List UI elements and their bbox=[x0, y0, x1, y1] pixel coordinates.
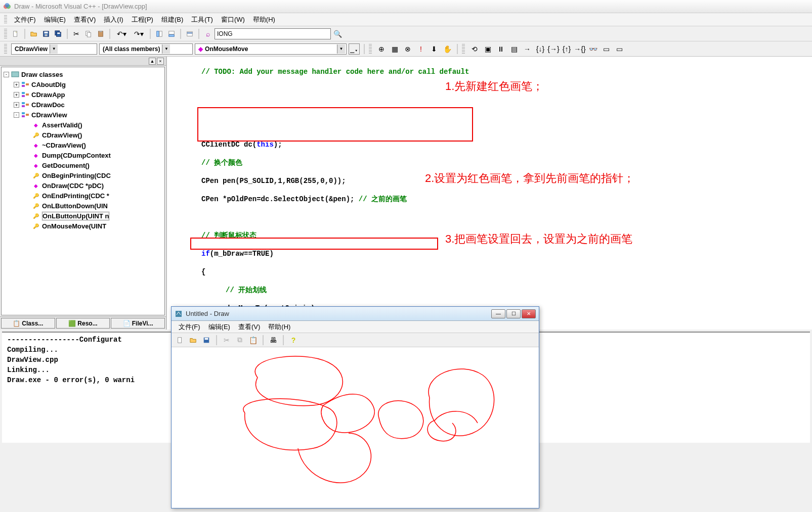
step-out-button[interactable]: {↑} bbox=[561, 43, 572, 55]
build-button[interactable]: ▦ bbox=[389, 43, 400, 55]
tree-class[interactable]: + CAboutDlg bbox=[2, 79, 164, 89]
paste-button[interactable] bbox=[95, 28, 106, 39]
tree-member[interactable]: ◆AssertValid() bbox=[2, 120, 164, 130]
menu-project[interactable]: 工程(P) bbox=[127, 14, 157, 25]
child-menu-edit[interactable]: 编辑(E) bbox=[204, 321, 234, 333]
toolbar-grip[interactable] bbox=[462, 44, 465, 54]
run-to-cursor-button[interactable]: →{} bbox=[574, 43, 585, 55]
menubar-grip[interactable] bbox=[4, 15, 7, 24]
restart-button[interactable]: ⟲ bbox=[469, 43, 480, 55]
tree-member[interactable]: ◆OnDraw(CDC *pDC) bbox=[2, 180, 164, 191]
breakpoint-button[interactable]: ✋ bbox=[442, 43, 453, 55]
menu-file[interactable]: 文件(F) bbox=[10, 14, 40, 25]
new-file-button[interactable] bbox=[10, 28, 21, 39]
menu-help[interactable]: 帮助(H) bbox=[249, 14, 279, 25]
child-canvas[interactable] bbox=[172, 347, 539, 508]
find-combo[interactable] bbox=[215, 28, 331, 39]
expander-icon[interactable]: + bbox=[14, 82, 19, 87]
tree-member[interactable]: 🔑CDrawView() bbox=[2, 130, 164, 140]
expander-icon[interactable]: - bbox=[14, 112, 19, 118]
tree-member[interactable]: 🔑OnLButtonUp(UINT n bbox=[2, 211, 164, 221]
child-titlebar[interactable]: Untitled - Draw — ☐ ✕ bbox=[172, 307, 539, 321]
find-in-files-button[interactable]: ⌕ bbox=[202, 28, 213, 39]
maximize-button[interactable]: ☐ bbox=[506, 309, 521, 318]
go-button[interactable]: ⬇ bbox=[429, 43, 440, 55]
code-editor[interactable]: // TODO: Add your message handler code h… bbox=[167, 57, 812, 330]
child-print-button[interactable]: 🖶 bbox=[268, 335, 279, 346]
variables-button[interactable]: ▭ bbox=[614, 43, 625, 55]
tree-class[interactable]: + CDrawApp bbox=[2, 89, 164, 100]
child-about-button[interactable]: ? bbox=[288, 335, 299, 346]
dropdown-arrow-icon[interactable]: ▼ bbox=[337, 44, 345, 54]
copy-button[interactable] bbox=[83, 28, 94, 39]
output-button[interactable] bbox=[166, 28, 177, 39]
redo-button[interactable]: ↷▾ bbox=[131, 28, 147, 39]
child-menu-file[interactable]: 文件(F) bbox=[175, 321, 204, 333]
minimize-button[interactable]: — bbox=[491, 309, 505, 318]
child-save-button[interactable] bbox=[201, 335, 212, 346]
close-button[interactable]: ✕ bbox=[522, 309, 536, 318]
expander-icon[interactable]: + bbox=[14, 92, 19, 98]
expander-icon[interactable]: + bbox=[14, 102, 19, 108]
filter-dropdown[interactable]: (All class members) ▼ bbox=[99, 43, 193, 55]
tree-root[interactable]: - Draw classes bbox=[2, 69, 164, 79]
step-into-button[interactable]: {↓} bbox=[535, 43, 546, 55]
save-button[interactable] bbox=[40, 28, 52, 39]
child-new-button[interactable] bbox=[175, 335, 186, 346]
open-button[interactable] bbox=[28, 28, 39, 39]
menu-tools[interactable]: 工具(T) bbox=[187, 14, 217, 25]
save-all-button[interactable] bbox=[53, 28, 64, 39]
expander-icon[interactable]: - bbox=[4, 72, 9, 77]
watch-button[interactable]: ▭ bbox=[601, 43, 612, 55]
child-menu-help[interactable]: 帮助(H) bbox=[264, 321, 294, 333]
class-tree[interactable]: - Draw classes + CAboutDlg + CDrawApp bbox=[1, 67, 165, 315]
menu-build[interactable]: 组建(B) bbox=[157, 14, 187, 25]
toolbar-grip[interactable] bbox=[369, 44, 372, 54]
child-window-draw[interactable]: Untitled - Draw — ☐ ✕ 文件(F) 编辑(E) 查看(V) … bbox=[171, 306, 539, 508]
undo-button[interactable]: ↶▾ bbox=[113, 28, 130, 39]
tree-member[interactable]: 🔑OnEndPrinting(CDC * bbox=[2, 191, 164, 201]
tab-fileview[interactable]: 📄FileVi... bbox=[111, 318, 165, 329]
next-statement-button[interactable]: → bbox=[522, 43, 533, 55]
dropdown-arrow-icon[interactable]: ▼ bbox=[50, 44, 58, 54]
tree-member[interactable]: ◆Dump(CDumpContext bbox=[2, 150, 164, 160]
menu-view[interactable]: 查看(V) bbox=[70, 14, 100, 25]
compile-button[interactable]: ⊕ bbox=[376, 43, 387, 55]
stop-debug-button[interactable]: ▣ bbox=[482, 43, 493, 55]
execute-button[interactable]: ! bbox=[415, 43, 426, 55]
panel-close-button[interactable]: × bbox=[157, 58, 164, 65]
child-copy-button[interactable]: ⧉ bbox=[234, 335, 245, 346]
member-dropdown[interactable]: ◆ OnMouseMove ▼ bbox=[195, 43, 347, 55]
cut-button[interactable]: ✂ bbox=[71, 28, 82, 39]
menu-window[interactable]: 窗口(W) bbox=[217, 14, 249, 25]
tree-member[interactable]: 🔑OnBeginPrinting(CDC bbox=[2, 170, 164, 180]
break-button[interactable]: ⏸ bbox=[495, 43, 506, 55]
toolbar-grip[interactable] bbox=[4, 44, 7, 54]
menu-insert[interactable]: 插入(I) bbox=[100, 14, 127, 25]
tree-member[interactable]: ◆GetDocument() bbox=[2, 160, 164, 170]
tree-class[interactable]: - CDrawView bbox=[2, 110, 164, 120]
child-cut-button[interactable]: ✂ bbox=[221, 335, 232, 346]
class-dropdown[interactable]: CDrawView ▼ bbox=[11, 43, 97, 55]
tree-member[interactable]: ◆~CDrawView() bbox=[2, 140, 164, 150]
menu-edit[interactable]: 编辑(E) bbox=[40, 14, 70, 25]
child-open-button[interactable] bbox=[188, 335, 199, 346]
child-paste-button[interactable]: 📋 bbox=[247, 335, 259, 346]
quickwatch-button[interactable]: 👓 bbox=[587, 43, 599, 55]
actions-button[interactable]: ⎯▾ bbox=[349, 43, 360, 55]
dropdown-arrow-icon[interactable]: ▼ bbox=[162, 44, 170, 54]
tree-class[interactable]: + CDrawDoc bbox=[2, 100, 164, 110]
panel-pin-button[interactable]: ▲ bbox=[149, 58, 156, 65]
find-button[interactable]: 🔍 bbox=[332, 28, 343, 39]
tab-resourceview[interactable]: 🟩Reso... bbox=[56, 318, 110, 329]
workspace-button[interactable] bbox=[154, 28, 165, 39]
step-over-button[interactable]: {→} bbox=[548, 43, 559, 55]
tab-classview[interactable]: 📋Class... bbox=[1, 318, 55, 329]
apply-button[interactable]: ▤ bbox=[508, 43, 520, 55]
window-list-button[interactable] bbox=[184, 28, 195, 39]
toolbar-grip[interactable] bbox=[4, 29, 7, 39]
tree-member[interactable]: 🔑OnLButtonDown(UIN bbox=[2, 201, 164, 211]
stop-build-button[interactable]: ⊗ bbox=[402, 43, 413, 55]
child-menu-view[interactable]: 查看(V) bbox=[234, 321, 264, 333]
tree-member[interactable]: 🔑OnMouseMove(UINT bbox=[2, 221, 164, 231]
